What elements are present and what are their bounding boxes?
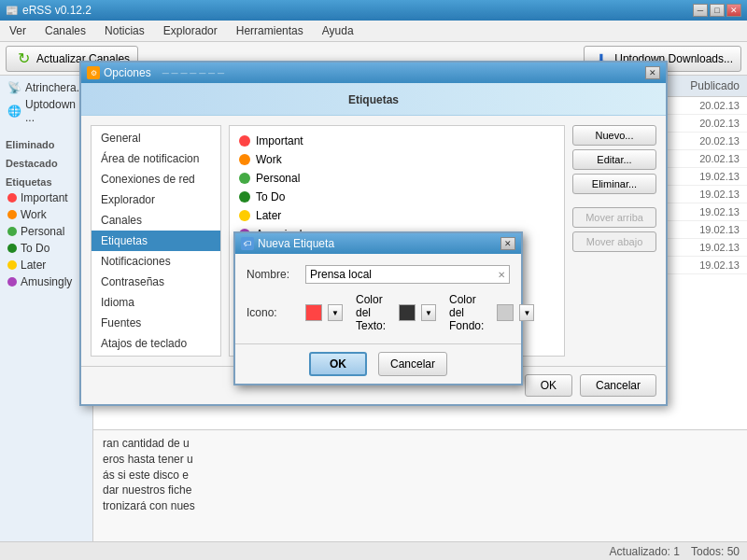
channel-icon: 📡 xyxy=(7,81,21,94)
opciones-title-text: Opciones xyxy=(104,66,151,79)
nueva-etiqueta-title-left: 🏷 Nueva Etiqueta xyxy=(241,237,334,250)
nav-explorador[interactable]: Explorador xyxy=(92,189,220,210)
mover-abajo-button[interactable]: Mover abajo xyxy=(572,231,656,252)
opciones-title-left: ⚙ Opciones ─ ─ ─ ─ ─ ─ ─ xyxy=(87,66,224,79)
editar-button[interactable]: Editar... xyxy=(572,149,656,170)
opciones-title-controls: ✕ xyxy=(645,66,660,79)
title-bar-left: 📰 eRSS v0.12.2 xyxy=(6,4,92,17)
color-fondo-dropdown[interactable]: ▼ xyxy=(519,304,534,321)
maximize-button[interactable]: □ xyxy=(710,4,725,17)
icono-label: Icono: xyxy=(247,306,298,319)
color-fondo-label: Color del Fondo: xyxy=(449,293,484,332)
tag-icon-amusingly xyxy=(7,277,17,287)
tag-icon-work xyxy=(7,210,17,219)
nav-area-notificacion[interactable]: Área de notificacion xyxy=(92,148,220,169)
eliminar-button[interactable]: Eliminar... xyxy=(572,174,656,194)
status-actualizado: Actualizado: 1 xyxy=(610,545,680,558)
menu-explorador[interactable]: Explorador xyxy=(158,22,223,39)
nueva-etiqueta-icon: 🏷 xyxy=(241,237,254,250)
icono-row: Icono: ▼ Color del Texto: ▼ Color del Fo… xyxy=(247,293,510,332)
tag-label-important: Important xyxy=(256,134,303,147)
side-buttons: Nuevo... Editar... Eliminar... Mover arr… xyxy=(572,125,656,357)
nueva-etiqueta-footer: OK Cancelar xyxy=(235,343,521,384)
menu-herramientas[interactable]: Herramientas xyxy=(231,22,309,39)
nueva-etiqueta-title-text: Nueva Etiqueta xyxy=(258,237,334,250)
opciones-header: Etiquetas xyxy=(81,83,666,116)
tag-row-work[interactable]: Work xyxy=(235,150,558,169)
app-title: eRSS v0.12.2 xyxy=(22,4,92,17)
nueva-etiqueta-cancel-button[interactable]: Cancelar xyxy=(378,352,447,376)
tag-row-personal[interactable]: Personal xyxy=(235,169,558,188)
nav-contrasenas[interactable]: Contraseñas xyxy=(92,272,220,292)
menu-ayuda[interactable]: Ayuda xyxy=(317,22,359,39)
color-fondo-swatch[interactable] xyxy=(497,304,514,321)
nombre-row: Nombre: ✕ xyxy=(247,265,510,284)
status-bar: Actualizado: 1 Todos: 50 xyxy=(0,541,747,560)
opciones-title-bar: ⚙ Opciones ─ ─ ─ ─ ─ ─ ─ ✕ xyxy=(81,63,666,83)
title-bar: 📰 eRSS v0.12.2 ─ □ ✕ xyxy=(0,0,747,21)
opciones-ok-button[interactable]: OK xyxy=(525,374,572,397)
nuevo-button[interactable]: Nuevo... xyxy=(572,125,656,146)
nav-fuentes[interactable]: Fuentes xyxy=(92,313,220,333)
tag-label-todo: To Do xyxy=(256,190,285,203)
mover-arriba-button[interactable]: Mover arriba xyxy=(572,207,656,228)
app-icon: 📰 xyxy=(6,5,19,17)
close-button[interactable]: ✕ xyxy=(726,4,741,17)
tag-dot-todo xyxy=(239,191,250,203)
nav-conexiones[interactable]: Conexiones de red xyxy=(92,169,220,189)
icono-swatch[interactable] xyxy=(305,304,322,321)
tag-icon-personal xyxy=(7,227,17,236)
opciones-close-button[interactable]: ✕ xyxy=(645,66,660,79)
color-texto-picker: ▼ xyxy=(399,304,436,321)
nav-canales[interactable]: Canales xyxy=(92,210,220,231)
color-texto-label: Color del Texto: xyxy=(356,293,386,332)
title-bar-controls: ─ □ ✕ xyxy=(693,4,741,17)
nav-atajos[interactable]: Atajos de teclado xyxy=(92,333,220,354)
nueva-etiqueta-dialog: 🏷 Nueva Etiqueta ✕ Nombre: ✕ Icono: ▼ Co… xyxy=(233,231,523,385)
tag-dot-personal xyxy=(239,173,250,184)
nombre-label: Nombre: xyxy=(247,268,298,281)
nav-etiquetas[interactable]: Etiquetas xyxy=(92,231,220,251)
color-texto-dropdown[interactable]: ▼ xyxy=(421,304,436,321)
tag-icon-later xyxy=(7,260,17,270)
tag-row-important[interactable]: Important xyxy=(235,132,558,150)
opciones-cancel-button[interactable]: Cancelar xyxy=(580,374,656,397)
icono-dropdown[interactable]: ▼ xyxy=(328,304,343,321)
tag-icon-important xyxy=(7,193,17,203)
opciones-title-icon: ⚙ xyxy=(87,66,100,79)
menu-canales[interactable]: Canales xyxy=(39,22,92,39)
preview-pane: ran cantidad de u eros hasta tener u ás … xyxy=(93,429,747,541)
nombre-input[interactable] xyxy=(310,268,498,281)
color-texto-swatch[interactable] xyxy=(399,304,416,321)
tag-label-later: Later xyxy=(256,209,281,222)
nueva-etiqueta-close-button[interactable]: ✕ xyxy=(500,237,515,250)
minimize-button[interactable]: ─ xyxy=(693,4,708,17)
tag-dot-important xyxy=(239,135,250,147)
nav-general[interactable]: General xyxy=(92,128,220,148)
icono-picker: ▼ xyxy=(305,304,343,321)
menu-noticias[interactable]: Noticias xyxy=(99,22,150,39)
tag-label-work: Work xyxy=(256,153,282,166)
nueva-etiqueta-body: Nombre: ✕ Icono: ▼ Color del Texto: ▼ Co… xyxy=(235,254,521,343)
nav-idioma[interactable]: Idioma xyxy=(92,292,220,313)
tag-icon-todo xyxy=(7,244,17,253)
tag-dot-later xyxy=(239,210,250,221)
color-fondo-picker: ▼ xyxy=(497,304,534,321)
tag-label-personal: Personal xyxy=(256,172,300,185)
nombre-clear-icon[interactable]: ✕ xyxy=(498,270,505,280)
tag-dot-work xyxy=(239,154,250,165)
opciones-header-text: Etiquetas xyxy=(348,93,399,106)
nueva-etiqueta-title-bar: 🏷 Nueva Etiqueta ✕ xyxy=(235,233,521,254)
update-icon: ↻ xyxy=(14,49,33,68)
menu-ver[interactable]: Ver xyxy=(4,22,32,39)
tag-row-later[interactable]: Later xyxy=(235,206,558,225)
opciones-subtitle: ─ ─ ─ ─ ─ ─ ─ xyxy=(162,68,224,78)
status-todos: Todos: 50 xyxy=(691,545,740,558)
nueva-etiqueta-ok-button[interactable]: OK xyxy=(309,352,367,376)
channel2-icon: 🌐 xyxy=(7,105,21,118)
btn-spacer xyxy=(572,198,656,203)
menu-bar: Ver Canales Noticias Explorador Herramie… xyxy=(0,21,747,42)
nav-notificaciones[interactable]: Notificaciones xyxy=(92,251,220,272)
tag-row-todo[interactable]: To Do xyxy=(235,188,558,206)
settings-nav: General Área de notificacion Conexiones … xyxy=(91,125,221,357)
